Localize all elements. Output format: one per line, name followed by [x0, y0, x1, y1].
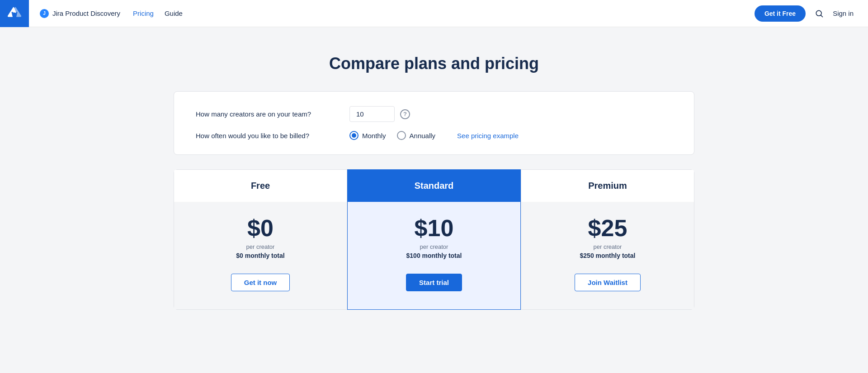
standard-plan-header: Standard — [348, 170, 520, 202]
premium-plan-header: Premium — [521, 170, 694, 202]
free-plan-card: Free $0 per creator $0 monthly total Get… — [174, 169, 347, 310]
free-plan-name: Free — [185, 181, 336, 191]
standard-plan-per-creator: per creator — [420, 243, 448, 250]
standard-plan-name: Standard — [359, 181, 509, 191]
svg-line-1 — [821, 15, 823, 17]
standard-plan-body: $10 per creator $100 monthly total Start… — [348, 202, 520, 309]
nav-right: Get it Free Sign in — [755, 5, 854, 22]
premium-plan-body: $25 per creator $250 monthly total Join … — [521, 202, 694, 309]
billing-label: How often would you like to be billed? — [196, 132, 349, 140]
annually-radio[interactable] — [397, 131, 406, 140]
free-plan-price: $0 — [247, 216, 274, 240]
monthly-radio[interactable] — [349, 131, 359, 140]
free-plan-header: Free — [174, 170, 347, 202]
monthly-label: Monthly — [362, 132, 386, 140]
product-name: J Jira Product Discovery — [40, 9, 120, 18]
nav-links: Pricing Guide — [133, 9, 183, 17]
sign-in-link[interactable]: Sign in — [833, 9, 854, 17]
premium-plan-name: Premium — [532, 181, 683, 191]
premium-plan-total: $250 monthly total — [580, 252, 636, 259]
get-it-free-button[interactable]: Get it Free — [755, 5, 806, 22]
creators-label: How many creators are on your team? — [196, 110, 349, 118]
standard-plan-price: $10 — [415, 216, 454, 240]
monthly-option[interactable]: Monthly — [349, 131, 386, 140]
creators-row: How many creators are on your team? ? — [196, 106, 672, 122]
billing-options: Monthly Annually See pricing example — [349, 131, 519, 140]
nav-pricing-link[interactable]: Pricing — [133, 9, 154, 17]
pricing-config-panel: How many creators are on your team? ? Ho… — [174, 91, 694, 155]
free-plan-button[interactable]: Get it now — [231, 274, 290, 291]
search-button[interactable] — [815, 9, 824, 18]
page-title: Compare plans and pricing — [174, 54, 694, 73]
standard-plan-total: $100 monthly total — [406, 252, 462, 259]
atlassian-logo[interactable] — [0, 0, 29, 27]
jira-icon: J — [40, 9, 49, 18]
standard-plan-button[interactable]: Start trial — [406, 274, 462, 291]
free-plan-body: $0 per creator $0 monthly total Get it n… — [174, 202, 347, 309]
help-icon[interactable]: ? — [400, 109, 410, 119]
creators-input[interactable] — [349, 106, 395, 122]
pricing-example-link[interactable]: See pricing example — [457, 132, 519, 140]
nav-guide-link[interactable]: Guide — [165, 9, 183, 17]
billing-row: How often would you like to be billed? M… — [196, 131, 672, 140]
standard-plan-card: Standard $10 per creator $100 monthly to… — [347, 169, 521, 310]
free-plan-per-creator: per creator — [246, 243, 275, 250]
premium-plan-card: Premium $25 per creator $250 monthly tot… — [521, 169, 694, 310]
plans-grid: Free $0 per creator $0 monthly total Get… — [174, 169, 694, 310]
svg-point-0 — [816, 10, 821, 16]
premium-plan-button[interactable]: Join Waitlist — [575, 274, 641, 291]
annually-option[interactable]: Annually — [397, 131, 436, 140]
annually-label: Annually — [410, 132, 436, 140]
nav: J Jira Product Discovery Pricing Guide G… — [0, 0, 868, 27]
premium-plan-price: $25 — [588, 216, 627, 240]
premium-plan-per-creator: per creator — [594, 243, 622, 250]
free-plan-total: $0 monthly total — [236, 252, 284, 259]
